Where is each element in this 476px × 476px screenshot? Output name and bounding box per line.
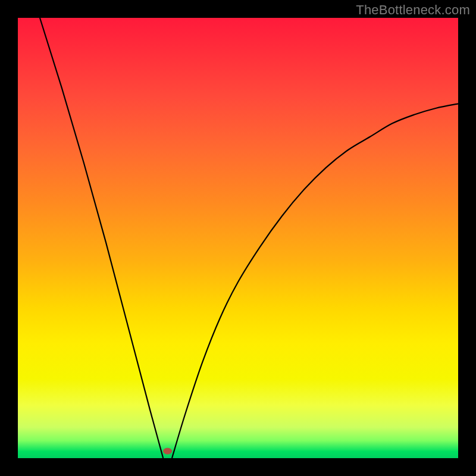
- curve-svg: [18, 18, 458, 458]
- attribution-text: TheBottleneck.com: [356, 2, 470, 18]
- bottleneck-curve-right: [172, 104, 458, 458]
- optimal-marker: [164, 448, 172, 454]
- bottleneck-curve-left: [40, 18, 163, 458]
- plot-area: [18, 18, 458, 458]
- chart-frame: TheBottleneck.com: [0, 0, 476, 476]
